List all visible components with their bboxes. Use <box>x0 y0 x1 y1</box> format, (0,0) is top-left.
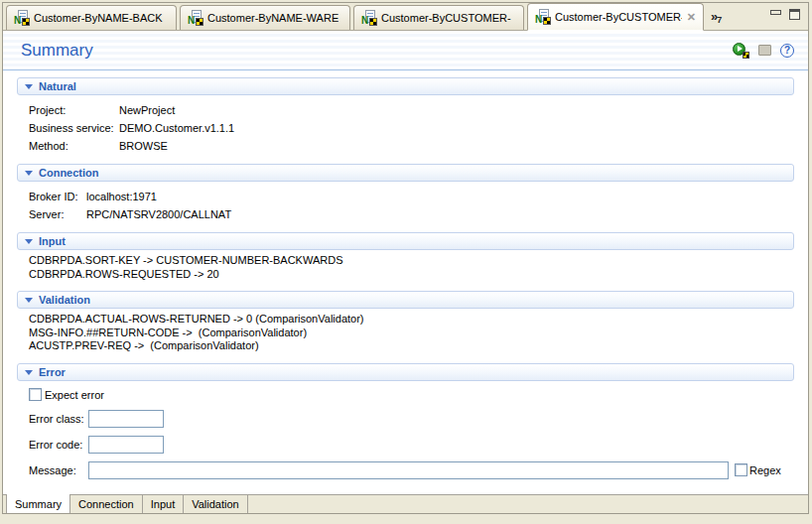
expect-error-row: Expect error <box>29 388 794 402</box>
collapse-twistie-icon <box>25 171 33 176</box>
error-code-row: Error code: <box>29 436 794 454</box>
minimize-icon[interactable] <box>770 10 781 15</box>
message-label: Message: <box>29 464 88 476</box>
error-class-input[interactable] <box>88 410 164 428</box>
summary-form: Summary ? Natural Project: NewProject Bu… <box>3 31 808 494</box>
editor-tab-customer-byname-back[interactable]: N Customer-ByNAME-BACK <box>6 5 177 30</box>
page-tab-label: Summary <box>15 498 62 510</box>
section-natural: Natural Project: NewProject Business ser… <box>17 77 794 157</box>
validation-rule-line: CDBRPDA.ACTUAL-ROWS-RETURNED -> 0 (Compa… <box>29 313 794 327</box>
field-label: Broker ID: <box>29 191 86 202</box>
page-tab-label: Connection <box>78 498 134 510</box>
tab-label: Customer-ByNAME-WARE <box>207 12 338 24</box>
page-tab-validation[interactable]: Validation <box>184 495 248 513</box>
run-test-icon[interactable] <box>733 43 749 59</box>
field-value: NewProject <box>119 104 175 116</box>
page-title: Summary <box>21 41 93 61</box>
tab-label: Customer-ByCUSTOMER- <box>381 12 511 24</box>
section-natural-body: Project: NewProject Business service: DE… <box>17 95 794 157</box>
window-buttons <box>770 9 800 20</box>
message-row: Message: Regex <box>29 461 794 479</box>
section-title: Input <box>39 235 66 247</box>
field-value: DEMO.Customer.v1.1.1 <box>119 122 234 134</box>
natural-file-icon: N <box>188 10 203 26</box>
natural-file-icon: N <box>361 10 377 26</box>
section-title: Error <box>39 366 66 378</box>
section-validation-header[interactable]: Validation <box>17 291 794 309</box>
form-header: Summary ? <box>3 31 808 70</box>
validation-rule-line: MSG-INFO.##RETURN-CODE -> (ComparisonVal… <box>29 327 794 340</box>
section-natural-header[interactable]: Natural <box>17 77 794 95</box>
page-tab-label: Validation <box>192 498 239 510</box>
error-code-input[interactable] <box>88 436 164 454</box>
editor-page-tabbar: Summary Connection Input Validation <box>3 494 808 513</box>
tab-overflow-chevron[interactable]: »7 <box>711 4 722 30</box>
editor-tab-customer-byname-ware[interactable]: N Customer-ByNAME-WARE <box>180 5 350 30</box>
error-class-row: Error class: <box>29 410 794 428</box>
field-label: Project: <box>29 104 119 116</box>
collapse-twistie-icon <box>25 298 33 303</box>
page-tab-connection[interactable]: Connection <box>70 495 143 513</box>
section-input: Input CDBRPDA.SORT-KEY -> CUSTOMER-NUMBE… <box>17 232 794 284</box>
regex-label: Regex <box>749 464 781 476</box>
editor-tab-customer-bycustomer-1[interactable]: N Customer-ByCUSTOMER- <box>353 5 524 30</box>
section-input-body: CDBRPDA.SORT-KEY -> CUSTOMER-NUMBER-BACK… <box>17 250 794 284</box>
stop-icon[interactable] <box>758 45 771 56</box>
field-label: Business service: <box>29 122 119 134</box>
tab-overflow-count: 7 <box>717 15 722 25</box>
section-connection-header[interactable]: Connection <box>17 164 794 182</box>
page-tab-summary[interactable]: Summary <box>6 494 70 513</box>
section-validation: Validation CDBRPDA.ACTUAL-ROWS-RETURNED … <box>17 291 794 356</box>
natural-row-project: Project: NewProject <box>29 101 794 119</box>
connection-row-server: Server: RPC/NATSRV2800/CALLNAT <box>29 205 794 223</box>
section-validation-body: CDBRPDA.ACTUAL-ROWS-RETURNED -> 0 (Compa… <box>17 309 794 356</box>
section-input-header[interactable]: Input <box>17 232 794 250</box>
tab-label: Customer-ByNAME-BACK <box>34 12 163 24</box>
section-connection-body: Broker ID: localhost:1971 Server: RPC/NA… <box>17 182 794 225</box>
natural-file-icon: N <box>535 9 551 25</box>
page-tab-input[interactable]: Input <box>143 495 184 513</box>
collapse-twistie-icon <box>25 239 33 244</box>
editor-window: N Customer-ByNAME-BACK N Customer-ByNAME… <box>2 2 809 514</box>
regex-option: Regex <box>735 463 781 476</box>
expect-error-checkbox[interactable] <box>29 388 42 401</box>
section-title: Natural <box>39 80 76 92</box>
field-value: RPC/NATSRV2800/CALLNAT <box>86 208 231 220</box>
natural-row-business-service: Business service: DEMO.Customer.v1.1.1 <box>29 119 794 137</box>
help-icon[interactable]: ? <box>780 44 794 58</box>
natural-file-icon: N <box>14 10 30 26</box>
regex-checkbox[interactable] <box>735 463 747 476</box>
field-label: Method: <box>29 140 119 152</box>
page-tab-label: Input <box>151 498 175 510</box>
section-error-header[interactable]: Error <box>17 363 794 381</box>
collapse-twistie-icon <box>25 84 33 89</box>
section-title: Connection <box>39 167 99 179</box>
maximize-icon[interactable] <box>789 9 800 20</box>
collapse-twistie-icon <box>25 370 33 375</box>
message-input[interactable] <box>88 461 729 479</box>
validation-rule-line: ACUSTP.PREV-REQ -> (ComparisonValidator) <box>29 339 794 353</box>
error-class-label: Error class: <box>29 413 88 425</box>
field-label: Server: <box>29 208 86 220</box>
close-icon[interactable]: ✕ <box>682 12 696 23</box>
error-code-label: Error code: <box>29 439 88 451</box>
natural-row-method: Method: BROWSE <box>29 137 794 155</box>
tab-label: Customer-ByCUSTOMER- <box>555 11 682 23</box>
input-assignment-line: CDBRPDA.SORT-KEY -> CUSTOMER-NUMBER-BACK… <box>29 254 794 268</box>
editor-tabbar: N Customer-ByNAME-BACK N Customer-ByNAME… <box>3 3 808 31</box>
connection-row-broker-id: Broker ID: localhost:1971 <box>29 188 794 205</box>
section-title: Validation <box>39 294 90 306</box>
expect-error-label: Expect error <box>45 389 104 401</box>
form-toolbar: ? <box>733 43 794 59</box>
editor-tab-customer-bycustomer-2-active[interactable]: N Customer-ByCUSTOMER- ✕ <box>527 3 704 31</box>
section-error: Error Expect error Error class: Error co… <box>17 363 794 479</box>
field-value: localhost:1971 <box>86 191 157 202</box>
section-connection: Connection Broker ID: localhost:1971 Ser… <box>17 164 794 225</box>
field-value: BROWSE <box>119 140 168 152</box>
input-assignment-line: CDBRPDA.ROWS-REQUESTED -> 20 <box>29 268 794 282</box>
